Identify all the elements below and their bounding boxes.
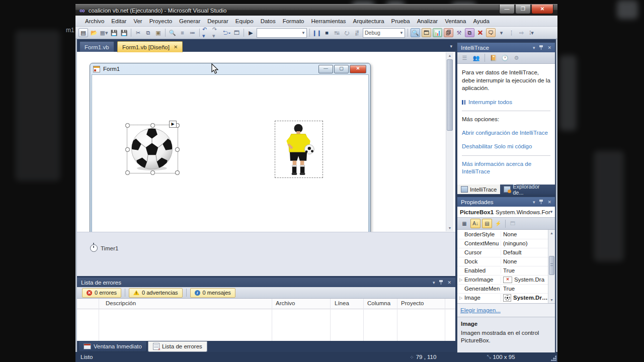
open-file-icon[interactable]: 📂 <box>90 29 98 37</box>
save-all-icon[interactable]: 💾 <box>120 29 128 37</box>
toolbar-overflow-icon[interactable]: ▾ <box>497 29 506 37</box>
toolbar-overflow2-icon[interactable]: ⁞▾ <box>527 29 536 37</box>
object-browser-icon[interactable]: 📊 <box>433 28 442 37</box>
scroll-down-icon[interactable]: ▼ <box>446 225 453 231</box>
pin-icon[interactable] <box>539 200 543 204</box>
component-tray[interactable]: Timer1 <box>77 232 455 276</box>
menu-formato[interactable]: Formato <box>279 17 308 26</box>
menu-equipo[interactable]: Equipo <box>232 17 257 26</box>
properties-view-icon[interactable]: ▤ <box>482 219 492 228</box>
tab-explorador-de-soluciones[interactable]: Explorador de... <box>500 185 555 194</box>
menu-analizar[interactable]: Analizar <box>414 17 442 26</box>
panel-menu-chevron-icon[interactable]: ▾ <box>433 280 435 285</box>
immediate-window-icon[interactable]: 🗨 <box>486 28 496 37</box>
scroll-down-icon[interactable]: ▼ <box>548 297 555 303</box>
choose-image-link[interactable]: Elegir imagen... <box>460 307 501 313</box>
tab-list-chevron-icon[interactable]: ▾ <box>450 44 452 49</box>
minimize-button[interactable]: — <box>499 5 515 14</box>
property-row-cursor[interactable]: Cursor Default <box>457 248 555 257</box>
paste-icon[interactable]: ▣ <box>154 29 163 37</box>
break-all-link[interactable]: Interrumpir todos <box>468 99 512 107</box>
tab-intellitrace[interactable]: IntelliTrace <box>457 185 500 194</box>
step-over-icon[interactable]: ⭮ <box>343 29 351 37</box>
resize-grip[interactable] <box>550 355 556 361</box>
scroll-up-icon[interactable]: ▲ <box>446 52 453 59</box>
tab-ventana-inmediato[interactable]: Ventana Inmediato <box>78 341 147 352</box>
messages-filter-button[interactable]: i 0 mensajes <box>190 288 235 298</box>
object-selector-combo[interactable]: PictureBox1 System.Windows.For ▼ <box>457 207 555 218</box>
pin-icon[interactable] <box>539 45 543 50</box>
form-maximize-button[interactable]: ▢ <box>334 65 349 73</box>
menu-ventana[interactable]: Ventana <box>441 17 469 26</box>
panel-close-icon[interactable]: ✕ <box>547 200 551 205</box>
property-grid-scrollbar[interactable]: ▲ ▼ <box>548 230 555 303</box>
add-item-icon[interactable]: ▦▾ <box>100 29 108 37</box>
properties-window-icon[interactable]: 🗔 <box>422 28 431 37</box>
browse-icon[interactable]: 🗔 <box>232 29 241 37</box>
intellitrace-titlebar[interactable]: IntelliTrace ▾ ✕ <box>457 43 555 52</box>
timer1-component[interactable]: Timer1 <box>90 244 118 252</box>
designer-vertical-scrollbar[interactable]: ▲ ▼ <box>446 52 453 231</box>
menu-datos[interactable]: Datos <box>257 17 279 26</box>
find-icon[interactable]: 🔍 <box>168 29 177 37</box>
column-descripcion[interactable]: Descripción <box>106 300 136 306</box>
resize-handle-n[interactable] <box>150 123 155 128</box>
events-list-icon[interactable]: ☰ <box>460 54 469 62</box>
solution-explorer-icon[interactable]: ⧉ <box>465 28 474 37</box>
extension-manager-icon[interactable]: ⚒ <box>455 29 463 37</box>
errors-filter-button[interactable]: ✕ 0 errores <box>82 288 121 298</box>
property-row-contextmenu[interactable]: ContextMenu (ninguno) <box>457 239 555 248</box>
toolbar-options-icon[interactable]: ⋮ <box>507 29 516 37</box>
property-row-image[interactable]: ▷ Image System.Dr… <box>457 293 555 302</box>
notebook-icon[interactable]: 📔 <box>489 54 498 62</box>
resize-handle-s[interactable] <box>150 170 155 175</box>
form1-titlebar[interactable]: Form1 — ▢ ✕ <box>90 63 370 74</box>
column-columna[interactable]: Columna <box>367 300 390 306</box>
property-row-dock[interactable]: Dock None <box>457 257 555 266</box>
panel-close-icon[interactable]: ✕ <box>547 45 551 50</box>
property-row-borderstyle[interactable]: BorderStyle None <box>457 230 555 239</box>
alphabetical-sort-icon[interactable]: A↓ <box>470 219 480 228</box>
error-list-icon[interactable]: 🗙 <box>476 29 485 37</box>
menu-archivo[interactable]: Archivo <box>82 17 108 26</box>
form-minimize-button[interactable]: — <box>318 65 333 73</box>
pause-debug-icon[interactable]: ❙❙ <box>312 29 321 37</box>
menu-ver[interactable]: Ver <box>130 17 145 26</box>
close-tab-icon[interactable]: ✕ <box>174 44 178 50</box>
error-list-grid[interactable]: Descripción Archivo Línea Columna Proyec… <box>77 299 455 341</box>
smart-tag-button[interactable]: ▶ <box>169 121 177 128</box>
debug-target-combo[interactable]: Debug▼ <box>363 28 405 38</box>
resize-handle-sw[interactable] <box>125 170 130 175</box>
start-debug-icon[interactable]: ▶ <box>247 29 255 37</box>
menu-herramientas[interactable]: Herramientas <box>308 17 350 26</box>
scrollbar-thumb[interactable] <box>447 59 453 131</box>
toolbox-icon[interactable]: 🗐 <box>444 28 453 37</box>
step-into-icon[interactable]: ⭾ <box>333 29 341 37</box>
redo-icon[interactable]: ↷ ▾ <box>212 29 221 37</box>
form-close-button[interactable]: ✕ <box>350 65 366 73</box>
menu-prueba[interactable]: Prueba <box>388 17 414 26</box>
tab-lista-de-errores[interactable]: Lista de errores <box>148 341 207 352</box>
property-row-generatemember[interactable]: GenerateMen True <box>457 284 555 294</box>
copy-icon[interactable]: ⧉ <box>144 29 152 37</box>
expand-icon[interactable]: ▷ <box>457 296 464 300</box>
maximize-button[interactable]: ❐ <box>515 5 531 14</box>
properties-titlebar[interactable]: Propiedades ▾ ✕ <box>457 197 555 207</box>
close-button[interactable]: ✕ <box>531 5 553 14</box>
property-row-errorimage[interactable]: ▷ ErrorImage ✕ System.Dra <box>457 275 555 285</box>
resize-handle-se[interactable] <box>175 170 180 175</box>
events-icon[interactable]: ⚡ <box>494 219 503 228</box>
menu-depurar[interactable]: Depurar <box>204 17 232 26</box>
expand-icon[interactable]: ▷ <box>457 278 464 282</box>
find-in-files-icon[interactable]: 🔍 <box>411 28 420 37</box>
scroll-up-icon[interactable]: ▲ <box>548 230 555 236</box>
menu-editar[interactable]: Editar <box>108 17 130 26</box>
tab-form1-vb[interactable]: Form1.vb <box>79 41 114 52</box>
disable-just-my-code-link[interactable]: Deshabilitar Solo mi código <box>462 143 532 149</box>
warnings-filter-button[interactable]: 0 advertencias <box>129 288 183 298</box>
panel-close-icon[interactable]: ✕ <box>447 280 451 285</box>
panel-menu-chevron-icon[interactable]: ▾ <box>533 200 535 205</box>
save-icon[interactable]: 💾 <box>110 29 118 37</box>
more-info-link[interactable]: Más información acerca de IntelliTrace <box>462 161 531 175</box>
panel-menu-chevron-icon[interactable]: ▾ <box>533 45 535 50</box>
